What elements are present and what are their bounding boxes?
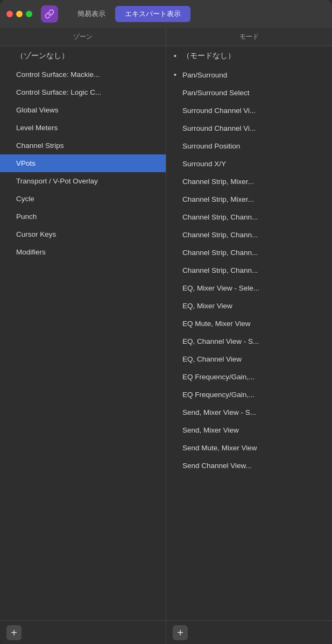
zone-list-item[interactable]: Modifiers [0,243,166,261]
mode-item-label: Channel Strip, Chann... [182,266,258,274]
zone-item-label: VPots [16,159,36,167]
zone-item-label: Global Views [16,106,59,114]
zone-item-label: Cycle [16,195,34,203]
mode-list-item[interactable]: Channel Strip, Chann... [166,244,332,261]
mode-list-item[interactable]: Send, Mixer View [166,421,332,439]
mode-list-item[interactable]: EQ, Channel View - S... [166,332,332,350]
mode-item-label: Pan/Surround [182,71,227,79]
minimize-button[interactable] [16,11,23,17]
mode-list-item[interactable]: •Pan/Surround [166,66,332,84]
mode-list-item[interactable]: Send Channel View... [166,457,332,475]
mode-item-label: Channel Strip, Chann... [182,231,258,239]
zone-list-item[interactable]: Control Surface: Mackie... [0,66,166,83]
zone-list-item[interactable]: Level Meters [0,119,166,137]
mode-item-label: Channel Strip, Chann... [182,213,258,221]
main-content: ゾーン （ゾーンなし）Control Surface: Mackie...Con… [0,28,332,644]
mode-list-item[interactable]: •（モードなし） [166,46,332,66]
columns-container: ゾーン （ゾーンなし）Control Surface: Mackie...Con… [0,28,332,620]
mode-list-item[interactable]: Surround X/Y [166,155,332,173]
mode-item-label: EQ Frequency/Gain,... [182,373,255,381]
mode-item-label: Send, Mixer View - S... [182,408,256,416]
zone-list-item[interactable]: Cycle [0,190,166,208]
mode-list-item[interactable]: EQ Mute, Mixer View [166,315,332,332]
add-mode-button[interactable]: + [173,625,188,640]
zone-list-item[interactable]: Transport / V-Pot Overlay [0,172,166,190]
main-window: 簡易表示 エキスパート表示 ゾーン （ゾーンなし）Control Surface… [0,0,332,644]
zone-item-label: Cursor Keys [16,230,56,238]
mode-list-item[interactable]: Send Mute, Mixer View [166,439,332,457]
zone-list-item[interactable]: Control Surface: Logic C... [0,83,166,101]
mode-item-label: EQ Frequency/Gain,... [182,391,255,399]
mode-item-label: Send, Mixer View [182,426,239,434]
zone-item-label: （ゾーンなし） [16,51,69,61]
mode-item-label: Surround Channel Vi... [182,124,256,132]
mode-item-label: Channel Strip, Mixer... [182,195,254,203]
mode-item-label: Surround Position [182,142,240,150]
bullet-icon: • [174,52,178,60]
mode-list-item[interactable]: EQ, Channel View [166,350,332,368]
mode-item-label: Channel Strip, Chann... [182,249,258,257]
zone-item-label: Control Surface: Logic C... [16,88,101,96]
mode-column: モード •（モードなし）•Pan/SurroundPan/Surround Se… [166,28,332,620]
zone-footer: + [0,621,166,644]
mode-list-item[interactable]: EQ, Mixer View - Sele... [166,279,332,297]
title-bar: 簡易表示 エキスパート表示 [0,0,332,28]
mode-item-label: Pan/Surround Select [182,89,250,97]
mode-item-label: EQ Mute, Mixer View [182,320,251,328]
mode-item-label: EQ, Mixer View [182,302,232,310]
mode-item-label: Surround Channel Vi... [182,107,256,115]
mode-list-item[interactable]: Channel Strip, Chann... [166,261,332,279]
mode-item-label: EQ, Channel View - S... [182,337,259,345]
mode-list-item[interactable]: EQ Frequency/Gain,... [166,368,332,386]
link-icon [41,5,58,23]
mode-item-label: EQ, Channel View [182,355,242,363]
add-zone-button[interactable]: + [6,625,22,640]
bullet-icon: • [174,70,178,79]
tab-group: 簡易表示 エキスパート表示 [68,6,190,22]
mode-item-label: Surround X/Y [182,160,226,168]
mode-list-item[interactable]: Channel Strip, Chann... [166,208,332,226]
zone-column: ゾーン （ゾーンなし）Control Surface: Mackie...Con… [0,28,166,620]
tab-expert[interactable]: エキスパート表示 [115,6,190,22]
zone-item-label: Transport / V-Pot Overlay [16,177,98,185]
mode-item-label: EQ, Mixer View - Sele... [182,284,259,292]
zone-item-label: Punch [16,213,37,221]
zone-item-label: Control Surface: Mackie... [16,70,100,79]
zone-column-header: ゾーン [0,28,166,46]
mode-list-item[interactable]: Surround Channel Vi... [166,102,332,119]
mode-list-item[interactable]: Channel Strip, Mixer... [166,190,332,208]
zone-list[interactable]: （ゾーンなし）Control Surface: Mackie...Control… [0,46,166,620]
footer: + + [0,620,332,644]
mode-list-item[interactable]: Pan/Surround Select [166,84,332,102]
mode-item-label: Send Mute, Mixer View [182,444,257,452]
traffic-lights [6,11,32,17]
mode-list-item[interactable]: Send, Mixer View - S... [166,404,332,421]
mode-item-label: （モードなし） [182,51,235,61]
zone-item-label: Level Meters [16,124,58,132]
zone-list-item[interactable]: Cursor Keys [0,225,166,243]
mode-item-label: Send Channel View... [182,462,252,470]
zone-list-item[interactable]: VPots [0,154,166,172]
mode-list-item[interactable]: Channel Strip, Mixer... [166,173,332,190]
zone-list-item[interactable]: （ゾーンなし） [0,46,166,66]
tab-simple[interactable]: 簡易表示 [68,6,115,22]
close-button[interactable] [6,11,13,17]
zone-list-item[interactable]: Punch [0,208,166,225]
mode-column-header: モード [166,28,332,46]
zone-item-label: Channel Strips [16,141,64,150]
mode-item-label: Channel Strip, Mixer... [182,178,254,186]
zone-list-item[interactable]: Global Views [0,101,166,119]
mode-list-item[interactable]: Surround Position [166,137,332,155]
zone-list-item[interactable]: Channel Strips [0,137,166,154]
zone-item-label: Modifiers [16,248,46,256]
mode-footer: + [166,621,332,644]
mode-list-item[interactable]: EQ Frequency/Gain,... [166,386,332,404]
mode-list-item[interactable]: Channel Strip, Chann... [166,226,332,244]
maximize-button[interactable] [26,11,32,17]
mode-list-item[interactable]: EQ, Mixer View [166,297,332,315]
mode-list-item[interactable]: Surround Channel Vi... [166,119,332,137]
mode-list[interactable]: •（モードなし）•Pan/SurroundPan/Surround Select… [166,46,332,620]
